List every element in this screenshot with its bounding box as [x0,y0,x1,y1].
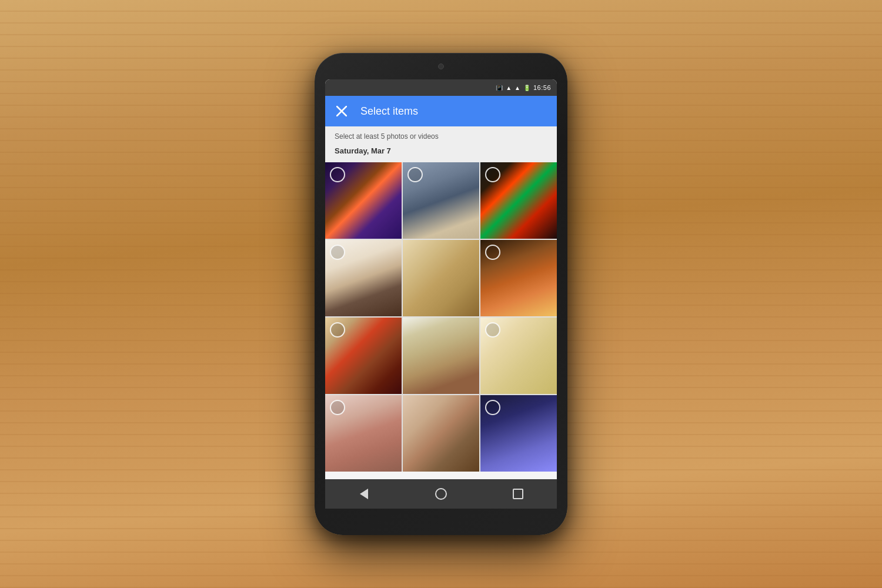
home-icon [435,488,447,500]
instruction-text: Select at least 5 photos or videos [335,132,547,141]
app-bar: Select items [325,96,557,126]
select-circle-6 [485,245,500,260]
subtitle-bar: Select at least 5 photos or videos Satur… [325,126,557,162]
photo-item-8[interactable] [403,318,479,394]
battery-icon: 🔋 [523,85,530,91]
select-circle-4 [330,245,345,260]
photo-item-2[interactable] [403,162,479,239]
phone-device: 📳 ▲ ▲ 🔋 16:56 Select [315,53,567,535]
signal-icon: ▲ [514,85,520,91]
vibrate-icon: 📳 [496,85,503,91]
photo-item-3[interactable] [480,162,557,239]
date-label: Saturday, Mar 7 [335,144,547,160]
select-circle-7 [330,322,345,338]
select-circle-9 [485,322,500,338]
photo-item-11[interactable] [403,395,479,472]
app-bar-title: Select items [360,105,547,118]
back-button[interactable] [356,486,372,502]
status-time: 16:56 [533,84,551,91]
photo-item-9[interactable] [480,318,557,394]
wifi-icon: ▲ [506,85,512,91]
photo-grid [325,162,557,472]
phone-body: 📳 ▲ ▲ 🔋 16:56 Select [315,53,567,535]
close-button[interactable] [335,104,349,118]
select-circle-2 [407,167,423,182]
recents-icon [513,489,523,499]
select-circle-12 [485,400,500,415]
home-button[interactable] [433,486,449,502]
recents-button[interactable] [510,486,526,502]
photo-item-7[interactable] [325,318,402,394]
photo-item-5[interactable] [403,240,479,316]
back-icon [360,489,368,499]
select-circle-10 [330,400,345,415]
photo-item-4[interactable] [325,240,402,316]
select-circle-1 [330,167,345,182]
select-circle-3 [485,167,500,182]
phone-camera [438,64,444,69]
photo-item-1[interactable] [325,162,402,239]
photo-item-6[interactable] [480,240,557,316]
bottom-navigation [325,479,557,509]
photo-item-12[interactable] [480,395,557,472]
photo-item-10[interactable] [325,395,402,472]
phone-screen: 📳 ▲ ▲ 🔋 16:56 Select [325,79,557,494]
status-bar: 📳 ▲ ▲ 🔋 16:56 [325,79,557,96]
status-icons: 📳 ▲ ▲ 🔋 16:56 [496,84,551,91]
